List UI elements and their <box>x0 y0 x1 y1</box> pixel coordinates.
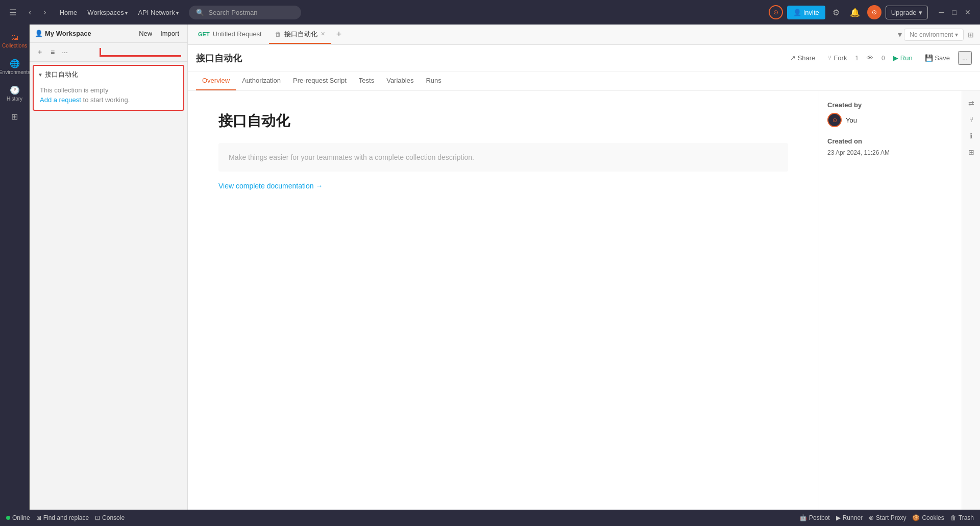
view-docs-link[interactable]: View complete documentation → <box>218 182 788 190</box>
runner-icon: ▶ <box>836 514 841 521</box>
apps-icon: ⊞ <box>11 112 18 122</box>
tab-collection[interactable]: 🗑 接口自动化 ✕ <box>269 26 331 44</box>
run-button[interactable]: ▶ Run <box>889 52 917 64</box>
sidebar-item-collections[interactable]: 🗂 Collections <box>2 29 28 53</box>
sub-tabs: Overview Authorization Pre-request Scrip… <box>188 71 980 91</box>
find-replace-button[interactable]: ⊠ Find and replace <box>36 514 89 521</box>
close-button[interactable]: ✕ <box>962 6 974 18</box>
trash-icon: 🗑 <box>950 514 957 521</box>
invite-icon: 👤 <box>793 9 801 16</box>
collection-body: This collection is empty Add a request t… <box>34 82 183 110</box>
collections-toolbar: ＋ ≡ ··· <box>30 43 187 62</box>
titlebar-right: ⊙ 👤 Invite ⚙ 🔔 ⊙ Upgrade ▾ ─ □ ✕ <box>769 5 974 19</box>
tab-close-button[interactable]: ✕ <box>321 31 325 37</box>
creator-info: ⊙ You <box>827 113 953 127</box>
description-box[interactable]: Make things easier for your teammates wi… <box>218 143 788 172</box>
fork-label: Fork <box>834 54 847 62</box>
subtab-tests[interactable]: Tests <box>353 71 380 90</box>
collection-name: 接口自动化 <box>45 70 78 79</box>
panel-header: 👤 My Workspace New Import <box>30 25 187 43</box>
history-label: History <box>7 96 22 102</box>
created-by-label: Created by <box>827 101 953 109</box>
watch-icon: 👁 <box>867 54 873 62</box>
console-icon: ⊡ <box>95 514 100 521</box>
environments-label: Environments <box>0 69 30 75</box>
start-proxy-button[interactable]: ⊗ Start Proxy <box>869 514 906 521</box>
collection-title-large: 接口自动化 <box>218 111 788 131</box>
list-view-button[interactable]: ≡ <box>48 46 57 58</box>
sidebar-item-history[interactable]: 🕐 History <box>2 81 28 106</box>
collection-header[interactable]: ▼ 接口自动化 <box>34 66 183 82</box>
settings-button[interactable]: ⚙ <box>829 6 843 19</box>
postbot-button[interactable]: 🤖 Postbot <box>799 514 830 521</box>
more-button[interactable]: ... <box>958 51 972 65</box>
nav-workspaces[interactable]: Workspaces <box>83 7 132 18</box>
subtab-authorization[interactable]: Authorization <box>236 71 287 90</box>
search-bar[interactable]: 🔍 Search Postman <box>189 6 301 19</box>
new-button[interactable]: New <box>136 29 155 38</box>
nav-home[interactable]: Home <box>56 7 82 18</box>
fork-button[interactable]: ⑂ Fork <box>823 52 851 64</box>
workspace-title: 👤 My Workspace <box>35 30 91 37</box>
user-avatar-2[interactable]: ⊙ <box>867 5 881 19</box>
share-button[interactable]: ↗ Share <box>786 52 820 64</box>
request-title: 接口自动化 <box>196 52 242 64</box>
right-sidebar-btn-4[interactable]: ⊞ <box>966 146 976 158</box>
watch-button[interactable]: 👁 <box>863 52 877 64</box>
new-tab-button[interactable]: + <box>332 27 346 42</box>
upgrade-button[interactable]: Upgrade ▾ <box>886 6 928 19</box>
right-sidebar-btn-1[interactable]: ⇄ <box>966 97 976 109</box>
run-label: Run <box>900 54 913 62</box>
request-header: 接口自动化 ↗ Share ⑂ Fork 1 👁 0 ▶ Run <box>188 45 980 71</box>
subtab-overview[interactable]: Overview <box>196 71 236 90</box>
cookies-button[interactable]: 🍪 Cookies <box>912 514 944 521</box>
notifications-button[interactable]: 🔔 <box>847 6 863 19</box>
maximize-button[interactable]: □ <box>949 6 960 18</box>
hamburger-menu[interactable]: ☰ <box>6 6 19 19</box>
tab-untitled-request[interactable]: GET Untitled Request <box>192 26 268 43</box>
save-button[interactable]: 💾 Save <box>921 52 954 64</box>
run-icon: ▶ <box>893 54 898 62</box>
subtab-runs[interactable]: Runs <box>420 71 447 90</box>
method-badge: GET <box>198 31 210 37</box>
request-actions: ↗ Share ⑂ Fork 1 👁 0 ▶ Run 💾 S <box>786 51 972 65</box>
runner-button[interactable]: ▶ Runner <box>836 514 863 521</box>
env-label: No environment <box>910 31 953 38</box>
trash-button[interactable]: 🗑 Trash <box>950 514 974 521</box>
main-area: 🗂 Collections 🌐 Environments 🕐 History ⊞… <box>0 25 980 510</box>
right-sidebar-btn-2[interactable]: ⑂ <box>967 113 975 126</box>
overview-main: 接口自动化 Make things easier for your teamma… <box>188 91 819 510</box>
nav-api-network[interactable]: API Network <box>134 7 183 18</box>
panel-toggle-button[interactable]: ⊞ <box>966 29 976 41</box>
description-placeholder: Make things easier for your teammates wi… <box>229 153 474 161</box>
search-placeholder-text: Search Postman <box>208 9 257 16</box>
share-label: Share <box>798 54 816 62</box>
trash-label: Trash <box>959 514 974 521</box>
subtab-variables[interactable]: Variables <box>380 71 420 90</box>
forward-button[interactable]: › <box>40 6 49 19</box>
online-status[interactable]: Online <box>6 514 30 521</box>
user-avatar[interactable]: ⊙ <box>769 5 783 19</box>
sidebar-item-environments[interactable]: 🌐 Environments <box>2 55 28 79</box>
sidebar-item-apps[interactable]: ⊞ <box>2 108 28 126</box>
watch-count: 0 <box>881 55 885 62</box>
created-date: 23 Apr 2024, 11:26 AM <box>827 149 953 156</box>
start-working-text: to start working. <box>83 96 130 104</box>
collection-item: ▼ 接口自动化 This collection is empty Add a r… <box>33 65 184 111</box>
environment-selector[interactable]: No environment ▾ <box>904 29 964 41</box>
add-request-link[interactable]: Add a request <box>40 96 81 104</box>
back-button[interactable]: ‹ <box>26 6 34 19</box>
tab-dropdown-button[interactable]: ▾ <box>898 30 902 39</box>
add-collection-button[interactable]: ＋ <box>34 46 46 58</box>
created-on-section: Created on 23 Apr 2024, 11:26 AM <box>827 137 953 156</box>
env-chevron: ▾ <box>955 31 958 38</box>
console-button[interactable]: ⊡ Console <box>95 514 125 521</box>
subtab-pre-request-script[interactable]: Pre-request Script <box>287 71 353 90</box>
invite-button[interactable]: 👤 Invite <box>787 6 825 19</box>
import-button[interactable]: Import <box>157 29 182 38</box>
start-proxy-label: Start Proxy <box>876 514 906 521</box>
minimize-button[interactable]: ─ <box>936 6 947 18</box>
more-options-button[interactable]: ··· <box>59 46 70 58</box>
right-sidebar-btn-3[interactable]: ℹ <box>968 130 974 142</box>
runner-label: Runner <box>843 514 863 521</box>
